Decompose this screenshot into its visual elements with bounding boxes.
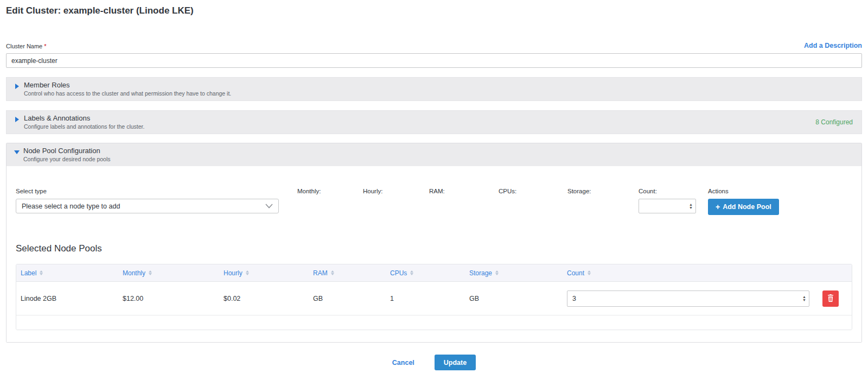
column-header-text: CPUs	[390, 269, 407, 277]
cell-pool-ram: GB	[309, 295, 386, 302]
sort-icon	[495, 270, 499, 275]
form-actions: Cancel Update	[6, 355, 862, 370]
sort-icon	[246, 270, 249, 275]
column-header-text: Monthly	[123, 269, 145, 277]
cluster-name-label-text: Cluster Name	[6, 43, 42, 49]
cpus-column: CPUs:	[499, 188, 567, 199]
monthly-column: Monthly:	[297, 188, 363, 199]
node-pool-config-subtitle: Configure your desired node pools	[23, 156, 111, 163]
cell-pool-monthly: $12.00	[118, 295, 219, 302]
plus-icon: +	[716, 203, 720, 211]
cancel-button[interactable]: Cancel	[392, 359, 414, 367]
node-pool-config-title: Node Pool Configuration	[23, 147, 111, 155]
add-pool-count-input[interactable]	[639, 199, 695, 213]
storage-label: Storage:	[567, 188, 639, 194]
cluster-name-header-row: Cluster Name* Add a Description	[6, 42, 862, 49]
column-header-text: Label	[21, 269, 36, 277]
column-header-hourly[interactable]: Hourly	[219, 269, 309, 277]
configured-count-badge: 8 Configured	[815, 118, 853, 126]
select-type-label: Select type	[16, 188, 279, 194]
node-type-select-placeholder: Please select a node type to add	[22, 203, 120, 210]
delete-pool-button[interactable]	[822, 290, 839, 307]
row-count-input-wrap: ▲▼	[567, 290, 809, 307]
ram-label: RAM:	[429, 188, 499, 194]
cluster-name-input[interactable]	[6, 53, 862, 68]
column-header-text: Storage	[469, 269, 492, 277]
row-count-input[interactable]	[567, 291, 809, 306]
chevron-down-icon	[265, 204, 273, 209]
update-button[interactable]: Update	[435, 355, 476, 370]
member-roles-text: Member Roles Control who has access to t…	[24, 81, 231, 97]
number-stepper-icon[interactable]: ▲▼	[689, 203, 693, 210]
number-stepper-icon[interactable]: ▲▼	[802, 295, 806, 302]
select-type-column: Select type Please select a node type to…	[16, 188, 279, 213]
required-asterisk: *	[44, 43, 46, 49]
node-pool-config-header[interactable]: Node Pool Configuration Configure your d…	[7, 143, 861, 166]
node-type-select[interactable]: Please select a node type to add	[16, 199, 279, 213]
column-header-count[interactable]: Count	[563, 269, 818, 277]
column-header-monthly[interactable]: Monthly	[118, 269, 219, 277]
cell-pool-storage: GB	[465, 295, 563, 302]
hourly-label: Hourly:	[363, 188, 429, 194]
sort-icon	[331, 270, 334, 275]
cluster-name-label: Cluster Name*	[6, 43, 47, 49]
node-pool-config-text: Node Pool Configuration Configure your d…	[23, 147, 111, 163]
node-pool-config-section: Node Pool Configuration Configure your d…	[6, 143, 862, 343]
expand-caret-icon	[15, 117, 19, 122]
cell-pool-hourly: $0.02	[219, 295, 309, 302]
column-header-text: Hourly	[224, 269, 242, 277]
cell-pool-count: ▲▼	[563, 290, 818, 307]
member-roles-subtitle: Control who has access to the cluster an…	[24, 90, 231, 97]
member-roles-panel[interactable]: Member Roles Control who has access to t…	[6, 77, 862, 101]
cpus-label: CPUs:	[499, 188, 567, 194]
add-node-pool-button[interactable]: + Add Node Pool	[708, 199, 779, 215]
column-header-text: RAM	[313, 269, 328, 277]
actions-column: Actions + Add Node Pool	[708, 188, 779, 215]
cell-pool-label: Linode 2GB	[16, 295, 118, 302]
table-footer-strip	[16, 315, 852, 330]
sort-icon	[588, 270, 591, 275]
node-pool-config-body: Select type Please select a node type to…	[7, 188, 861, 342]
table-row: Linode 2GB $12.00 $0.02 GB 1 GB ▲▼	[16, 282, 852, 315]
sort-icon	[410, 270, 413, 275]
add-description-link[interactable]: Add a Description	[804, 42, 862, 49]
page-title: Edit Cluster: example-cluster (Linode LK…	[6, 5, 862, 16]
hourly-column: Hourly:	[363, 188, 429, 199]
selected-node-pools-heading: Selected Node Pools	[16, 243, 852, 254]
add-pool-count-input-wrap: ▲▼	[639, 199, 696, 213]
cell-pool-cpus: 1	[386, 295, 465, 302]
cell-pool-actions	[818, 290, 852, 307]
expand-caret-icon	[15, 84, 19, 89]
monthly-label: Monthly:	[297, 188, 363, 194]
labels-annotations-title: Labels & Annotations	[24, 114, 144, 123]
column-header-storage[interactable]: Storage	[465, 269, 563, 277]
member-roles-title: Member Roles	[24, 81, 231, 90]
count-column: Count: ▲▼	[639, 188, 708, 213]
collapse-caret-icon	[14, 150, 20, 154]
table-header-row: Label Monthly Hourly RAM	[16, 264, 852, 282]
column-header-cpus[interactable]: CPUs	[386, 269, 465, 277]
sort-icon	[149, 270, 152, 275]
column-header-label[interactable]: Label	[16, 269, 118, 277]
trash-icon	[827, 294, 834, 302]
labels-annotations-panel[interactable]: Labels & Annotations Configure labels an…	[6, 110, 862, 134]
column-header-text: Count	[567, 269, 584, 277]
add-node-pool-button-label: Add Node Pool	[723, 203, 771, 211]
edit-cluster-page: Edit Cluster: example-cluster (Linode LK…	[0, 5, 868, 370]
column-header-ram[interactable]: RAM	[309, 269, 386, 277]
ram-column: RAM:	[429, 188, 499, 199]
add-node-pool-row: Select type Please select a node type to…	[16, 188, 852, 215]
labels-annotations-subtitle: Configure labels and annotations for the…	[24, 123, 144, 130]
storage-column: Storage:	[567, 188, 639, 199]
count-label: Count:	[639, 188, 708, 194]
selected-pools-table: Label Monthly Hourly RAM	[16, 264, 852, 330]
labels-annotations-text: Labels & Annotations Configure labels an…	[24, 114, 144, 130]
sort-icon	[40, 270, 43, 275]
actions-label: Actions	[708, 188, 779, 194]
